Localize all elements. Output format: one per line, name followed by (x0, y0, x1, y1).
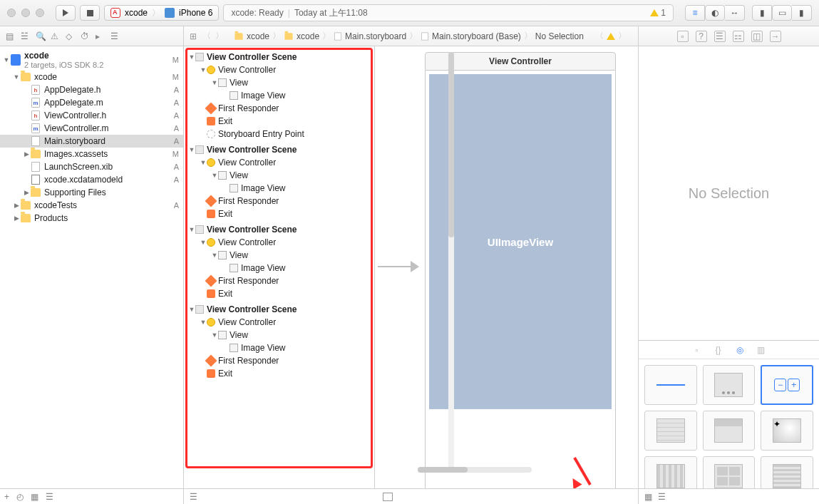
report-navigator-icon[interactable]: ☰ (110, 31, 120, 41)
library-item[interactable]: ✦ (761, 411, 813, 451)
vertical-scrollbar[interactable] (448, 52, 454, 473)
project-tree-row[interactable]: mAppDelegate.mA (0, 96, 183, 109)
outline-row[interactable]: ▼View Controller (184, 236, 374, 249)
horizontal-scrollbar[interactable] (418, 467, 532, 473)
list-view-icon[interactable]: ☰ (658, 492, 666, 502)
canvas-imageview[interactable]: UIImageView (429, 74, 612, 409)
breakpoint-navigator-icon[interactable]: ▸ (96, 31, 105, 41)
jumpbar-warning[interactable]: 〈 〉 (595, 30, 632, 42)
run-button[interactable] (56, 5, 76, 21)
project-tree-row[interactable]: LaunchScreen.xibA (0, 160, 183, 173)
size-class-toggle-icon[interactable] (383, 493, 393, 501)
related-items-icon[interactable]: ⊞ (184, 31, 202, 41)
outline-row[interactable]: First Responder (184, 102, 374, 115)
library-footer[interactable]: ▦ ☰ (639, 488, 819, 504)
file-inspector-icon[interactable]: ▫ (677, 31, 689, 42)
outline-row[interactable]: ▼View Controller Scene (184, 143, 374, 156)
outline-row[interactable]: ▼View (184, 169, 374, 182)
navigator-selector[interactable]: ▤ ☱ 🔍 ⚠ ◇ ⏱ ▸ ☰ (0, 26, 184, 46)
toggle-left-panel-icon[interactable]: ▮ (752, 5, 772, 21)
jump-bar[interactable]: xcode〉 xcode〉 Main.storyboard〉 Main.stor… (228, 30, 638, 42)
outline-row[interactable]: First Responder (184, 195, 374, 207)
toggle-bottom-panel-icon[interactable]: ▭ (772, 5, 792, 21)
size-inspector-icon[interactable]: ◫ (751, 31, 763, 42)
issue-navigator-icon[interactable]: ⚠ (51, 31, 61, 41)
outline-row[interactable]: ▼View Controller (184, 63, 374, 76)
scm-filter-icon[interactable]: ▦ (31, 492, 38, 502)
outline-row[interactable]: ▼View (184, 329, 374, 341)
library-item[interactable] (644, 411, 697, 451)
library-item[interactable] (703, 456, 756, 488)
outline-toggle-icon[interactable]: ☰ (190, 492, 197, 502)
test-navigator-icon[interactable]: ◇ (66, 31, 76, 41)
document-outline[interactable]: ▼View Controller Scene▼View Controller▼V… (184, 46, 375, 488)
outline-row[interactable]: Exit (184, 367, 374, 380)
traffic-lights[interactable] (7, 9, 44, 17)
media-library-icon[interactable]: ▥ (756, 344, 767, 356)
warning-badge[interactable]: 1 (650, 8, 666, 18)
inspector-selector[interactable]: ▫ ? ☰ ⚏ ◫ → (638, 26, 819, 46)
identity-inspector-icon[interactable]: ☰ (714, 31, 726, 42)
project-tree-row[interactable]: ▶Images.xcassetsM (0, 148, 183, 160)
library-item[interactable] (703, 411, 756, 451)
library-grid[interactable]: −+ ✦ (639, 359, 819, 488)
library-item[interactable]: −+ (761, 365, 813, 405)
help-inspector-icon[interactable]: ? (696, 31, 707, 42)
project-tree-row[interactable]: hViewController.hA (0, 109, 183, 122)
grid-view-icon[interactable]: ▦ (644, 492, 652, 502)
scheme-selector[interactable]: xcode 〉 iPhone 6 (104, 5, 219, 21)
project-tree-row[interactable]: hAppDelegate.hA (0, 83, 183, 96)
project-tree-row[interactable]: ▶Products (0, 212, 183, 225)
outline-row[interactable]: Image View (184, 341, 374, 354)
back-chevron-icon[interactable]: 〈 (202, 30, 215, 42)
outline-row[interactable]: Exit (184, 115, 374, 128)
outline-row[interactable]: Exit (184, 287, 374, 300)
outline-row[interactable]: ▼View Controller Scene (184, 303, 374, 316)
project-navigator-icon[interactable]: ▤ (6, 31, 16, 41)
outline-row[interactable]: First Responder (184, 274, 374, 287)
library-item[interactable] (644, 456, 697, 488)
standard-editor-icon[interactable]: ≡ (685, 5, 705, 21)
outline-row[interactable]: Exit (184, 207, 374, 220)
assistant-editor-icon[interactable]: ◐ (705, 5, 725, 21)
project-tree[interactable]: ▼xcode2 targets, iOS SDK 8.2M▼xcodeMhApp… (0, 46, 183, 488)
toggle-right-panel-icon[interactable]: ▮ (792, 5, 812, 21)
project-tree-row[interactable]: xcode.xcdatamodeldA (0, 173, 183, 186)
add-icon[interactable]: + (4, 492, 9, 502)
filter-icon[interactable]: ☰ (46, 492, 53, 502)
storyboard-canvas[interactable]: View Controller UIImageView (375, 46, 638, 488)
project-tree-row[interactable]: ▶xcodeTestsA (0, 199, 183, 212)
recent-filter-icon[interactable]: ◴ (16, 492, 24, 502)
outline-row[interactable]: First Responder (184, 354, 374, 367)
library-item[interactable] (761, 456, 813, 488)
object-library-icon[interactable]: ◎ (734, 344, 746, 356)
outline-row[interactable]: ▼View Controller Scene (184, 223, 374, 236)
project-tree-row[interactable]: ▼xcodeM (0, 71, 183, 83)
outline-row[interactable]: ▼View Controller (184, 316, 374, 329)
debug-navigator-icon[interactable]: ⏱ (81, 31, 91, 41)
project-root[interactable]: ▼xcode2 targets, iOS SDK 8.2M (0, 49, 183, 71)
outline-row[interactable]: Storyboard Entry Point (184, 128, 374, 140)
attributes-inspector-icon[interactable]: ⚏ (733, 31, 744, 42)
stop-button[interactable] (80, 5, 100, 21)
forward-chevron-icon[interactable]: 〉 (215, 30, 228, 42)
project-tree-row[interactable]: Main.storyboardA (0, 135, 183, 148)
outline-row[interactable]: Image View (184, 182, 374, 195)
library-tabs[interactable]: ▫ {} ◎ ▥ (639, 341, 819, 359)
code-snippet-library-icon[interactable]: {} (713, 344, 724, 356)
editor-mode-segment[interactable]: ≡ ◐ ↔ (685, 5, 745, 21)
project-tree-row[interactable]: mViewController.mA (0, 122, 183, 135)
outline-row[interactable]: Image View (184, 89, 374, 102)
symbol-navigator-icon[interactable]: ☱ (21, 31, 31, 41)
library-item[interactable] (703, 365, 756, 405)
panel-toggle-segment[interactable]: ▮ ▭ ▮ (752, 5, 812, 21)
outline-row[interactable]: Image View (184, 262, 374, 274)
outline-row[interactable]: ▼View Controller Scene (184, 51, 374, 63)
find-navigator-icon[interactable]: 🔍 (36, 31, 46, 41)
outline-row[interactable]: ▼View Controller (184, 156, 374, 169)
project-tree-row[interactable]: ▶Supporting Files (0, 186, 183, 199)
connections-inspector-icon[interactable]: → (770, 31, 781, 42)
outline-row[interactable]: ▼View (184, 249, 374, 262)
outline-row[interactable]: ▼View (184, 76, 374, 89)
file-template-library-icon[interactable]: ▫ (691, 344, 703, 356)
